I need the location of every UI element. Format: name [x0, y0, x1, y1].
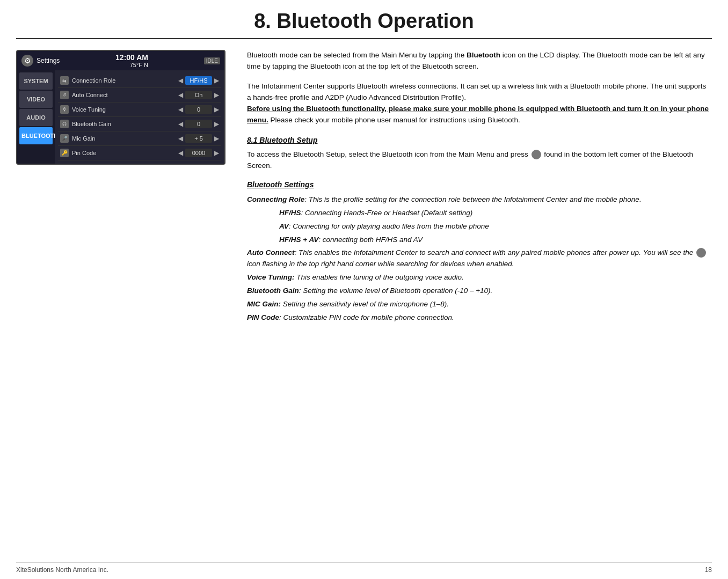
auto-connect-icon-inline: [696, 248, 706, 258]
intro-p3-cont: Please check your mobile phone user manu…: [268, 116, 520, 124]
pin-code-desc: PIN Code: Customizable PIN code for mobi…: [247, 312, 712, 324]
hfhs-label: HF/HS: [279, 209, 301, 217]
auto-connect-icon: ↺: [60, 91, 69, 99]
left-arrow-icon[interactable]: ◀: [178, 149, 183, 157]
mic-gain-value: + 5: [185, 134, 212, 143]
intro-paragraph-2: The Infotainment Center supports Bluetoo…: [247, 81, 712, 126]
intro-p1-bold: Bluetooth: [467, 51, 500, 59]
connecting-role-desc: Connecting Role: This is the profile set…: [247, 194, 712, 206]
left-arrow-icon[interactable]: ◀: [178, 106, 183, 113]
pin-code-control[interactable]: ◀ 0000 ▶: [178, 149, 219, 157]
left-arrow-icon[interactable]: ◀: [178, 77, 183, 84]
row-label: 🎤 Mic Gain: [60, 134, 178, 143]
connecting-role-label: Connecting Role: [247, 195, 304, 203]
voice-tuning-control[interactable]: ◀ 0 ▶: [178, 105, 219, 114]
row-label: 🔑 Pin Code: [60, 149, 178, 157]
voice-tuning-value: 0: [185, 105, 212, 114]
pin-code-text: : Customizable PIN code for mobile phone…: [279, 313, 454, 321]
auto-connect-label: Auto Connect: [72, 92, 108, 98]
table-row: ↺ Auto Connect ◀ On ▶: [58, 88, 221, 102]
bt-gain-label: Bluetooth Gain: [72, 121, 111, 127]
nav-system[interactable]: SYSTEM: [19, 72, 53, 90]
section1-desc-text: To access the Bluetooth Setup, select th…: [247, 150, 530, 158]
row-label: 🎙 Voice Tuning: [60, 105, 178, 114]
right-arrow-icon[interactable]: ▶: [214, 135, 219, 142]
device-screen: ⚙ Settings 12:00 AM 75°F N IDLE SYSTEM V…: [16, 50, 225, 165]
voice-tuning-icon: 🎙: [60, 105, 69, 114]
auto-connect-label: Auto Connect: [247, 248, 295, 256]
bt-gain-label: Bluetooth Gain: [247, 287, 299, 295]
pin-code-label: PIN Code: [247, 313, 279, 321]
auto-connect-control[interactable]: ◀ On ▶: [178, 91, 219, 99]
left-arrow-icon[interactable]: ◀: [178, 120, 183, 128]
av-desc: AV: Connecting for only playing audio fi…: [279, 221, 712, 232]
auto-connect-text2: icon flashing in the top right hand corn…: [247, 260, 514, 268]
row-label: ⇆ Connection Role: [60, 76, 178, 85]
bluetooth-gain-icon: ☊: [60, 120, 69, 128]
mic-gain-icon: 🎤: [60, 134, 69, 143]
device-header: ⚙ Settings 12:00 AM 75°F N IDLE: [17, 51, 224, 70]
settings-content: ⇆ Connection Role ◀ HF/HS ▶ ↺ Auto Conne…: [55, 70, 224, 164]
intro-p1-text: Bluetooth mode can be selected from the …: [247, 51, 467, 59]
footer: XiteSolutions North America Inc. 18: [16, 562, 712, 574]
hfhs-av-text: : connecting both HF/HS and AV: [318, 236, 423, 244]
table-row: ⇆ Connection Role ◀ HF/HS ▶: [58, 74, 221, 88]
right-arrow-icon[interactable]: ▶: [214, 106, 219, 113]
hfhs-desc: HF/HS: Connecting Hands-Free or Headset …: [279, 208, 712, 219]
section1-desc: To access the Bluetooth Setup, select th…: [247, 149, 712, 172]
connection-role-icon: ⇆: [60, 76, 69, 85]
nav-audio[interactable]: AUDIO: [19, 109, 53, 126]
table-row: ☊ Bluetooth Gain ◀ 0 ▶: [58, 117, 221, 131]
connection-role-value: HF/HS: [185, 76, 212, 85]
voice-tuning-text: This enables fine tuning of the outgoing…: [295, 273, 464, 281]
nav-bluetooth[interactable]: BLUETOOTH: [19, 127, 53, 144]
gear-icon: ⚙: [21, 55, 33, 67]
pin-code-label: Pin Code: [72, 150, 96, 156]
device-header-left: ⚙ Settings: [21, 55, 60, 67]
intro-paragraph-1: Bluetooth mode can be selected from the …: [247, 50, 712, 72]
bt-gain-desc: Bluetooth Gain: Setting the volume level…: [247, 285, 712, 297]
mic-gain-label: MIC Gain:: [247, 300, 281, 308]
right-arrow-icon[interactable]: ▶: [214, 120, 219, 128]
right-panel: Bluetooth mode can be selected from the …: [247, 50, 712, 559]
av-label: AV: [279, 222, 289, 230]
pin-code-icon: 🔑: [60, 149, 69, 157]
footer-page: 18: [705, 566, 712, 574]
mic-gain-text: Setting the sensitivity level of the mic…: [281, 300, 449, 308]
row-label: ☊ Bluetooth Gain: [60, 120, 178, 128]
bt-gain-control[interactable]: ◀ 0 ▶: [178, 120, 219, 128]
row-label: ↺ Auto Connect: [60, 91, 178, 99]
connecting-role-text: : This is the profile setting for the co…: [304, 195, 641, 203]
hfhs-av-desc: HF/HS + AV: connecting both HF/HS and AV: [279, 234, 712, 246]
page-title: 8. Bluetooth Operation: [16, 0, 712, 39]
left-arrow-icon[interactable]: ◀: [178, 135, 183, 142]
settings-descriptions: Connecting Role: This is the profile set…: [247, 194, 712, 324]
bt-gain-value: 0: [185, 120, 212, 128]
table-row: 🔑 Pin Code ◀ 0000 ▶: [58, 146, 221, 160]
left-panel: ⚙ Settings 12:00 AM 75°F N IDLE SYSTEM V…: [16, 50, 231, 559]
right-arrow-icon[interactable]: ▶: [214, 77, 219, 84]
mic-gain-label: Mic Gain: [72, 135, 95, 142]
left-arrow-icon[interactable]: ◀: [178, 91, 183, 99]
right-arrow-icon[interactable]: ▶: [214, 149, 219, 157]
auto-connect-text: : This enables the Infotainment Center t…: [295, 248, 695, 256]
side-nav: SYSTEM VIDEO AUDIO BLUETOOTH: [17, 70, 55, 164]
table-row: 🎙 Voice Tuning ◀ 0 ▶: [58, 102, 221, 117]
hfhs-text: : Connecting Hands-Free or Headset (Defa…: [301, 209, 473, 217]
device-temp: 75°F N: [130, 62, 148, 68]
settings-icon-inline: [532, 150, 541, 159]
right-arrow-icon[interactable]: ▶: [214, 91, 219, 99]
voice-tuning-label: Voice Tuning: [72, 106, 106, 113]
nav-video[interactable]: VIDEO: [19, 91, 53, 108]
device-header-right: 12:00 AM 75°F N: [115, 53, 148, 68]
idle-badge: IDLE: [204, 57, 220, 64]
device-body: SYSTEM VIDEO AUDIO BLUETOOTH ⇆ Connectio…: [17, 70, 224, 164]
connection-role-control[interactable]: ◀ HF/HS ▶: [178, 76, 219, 85]
table-row: 🎤 Mic Gain ◀ + 5 ▶: [58, 131, 221, 146]
hfhs-av-label: HF/HS + AV: [279, 236, 318, 244]
mic-gain-desc: MIC Gain: Setting the sensitivity level …: [247, 299, 712, 310]
section2-title: Bluetooth Settings: [247, 179, 712, 191]
pin-code-value: 0000: [185, 149, 212, 157]
auto-connect-value: On: [185, 91, 212, 99]
mic-gain-control[interactable]: ◀ + 5 ▶: [178, 134, 219, 143]
